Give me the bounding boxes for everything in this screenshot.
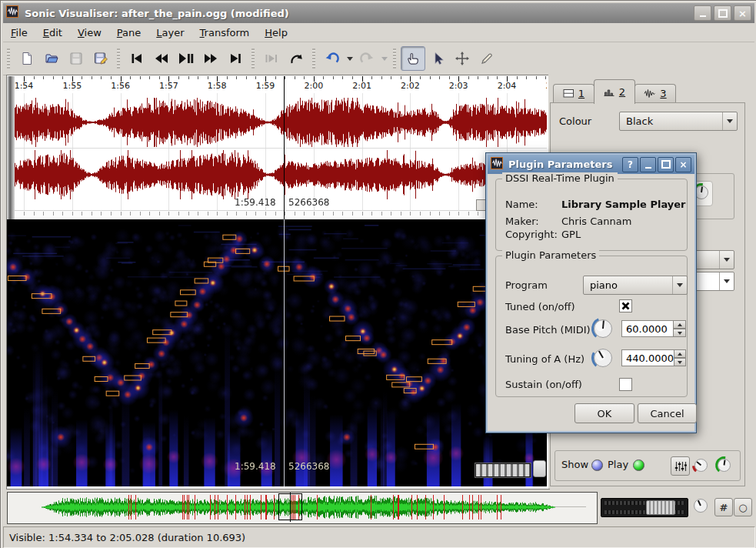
toolbar-grip[interactable] xyxy=(251,48,255,68)
save-button[interactable] xyxy=(64,46,88,71)
bottom-tick xyxy=(34,212,35,216)
tab-pane-2[interactable]: 2 xyxy=(594,79,635,104)
bottom-tick xyxy=(53,212,54,216)
menu-file[interactable]: File xyxy=(3,25,35,41)
mixer-button[interactable] xyxy=(671,456,690,476)
dialog-minimize-button[interactable] xyxy=(640,157,656,172)
playback-pan-knob[interactable] xyxy=(691,456,711,477)
ruler-label: 2:02 xyxy=(401,81,420,91)
titlebar[interactable]: Sonic Visualiser: after_the_pain.ogg (mo… xyxy=(3,3,754,23)
spin-down-button[interactable] xyxy=(674,358,686,366)
play-led-button[interactable] xyxy=(633,459,644,471)
pane-scroll-strip[interactable] xyxy=(7,76,15,219)
circle-toggle-button[interactable]: ○ xyxy=(734,498,752,516)
redo-button[interactable] xyxy=(355,46,379,71)
show-label: Show xyxy=(561,459,588,470)
maker-value: Chris Cannam xyxy=(561,216,631,227)
ruler-tick xyxy=(517,76,518,79)
toolbar-grip[interactable] xyxy=(7,48,10,68)
redo-history-dropdown[interactable] xyxy=(379,48,389,69)
bottom-tick xyxy=(208,212,208,216)
menu-edit[interactable]: Edit xyxy=(35,25,70,41)
toolbar-grip[interactable] xyxy=(312,48,315,68)
rewind-button[interactable] xyxy=(149,46,174,71)
bottom-tick xyxy=(458,212,459,216)
ruler-tick xyxy=(381,76,382,79)
ruler-tick xyxy=(140,76,141,79)
dialog-help-button[interactable]: ? xyxy=(622,157,638,172)
time-ruler[interactable]: 1:541:551:561:571:581:592:002:012:022:03… xyxy=(15,76,547,93)
tuned-checkbox[interactable] xyxy=(619,299,632,312)
colour-select[interactable]: Black xyxy=(619,112,738,131)
speed-knob[interactable] xyxy=(691,496,711,519)
loop-playback-button[interactable] xyxy=(284,46,308,71)
play-selection-button[interactable] xyxy=(259,46,284,71)
menu-pane[interactable]: Pane xyxy=(109,25,148,41)
playback-gain-knob[interactable] xyxy=(714,456,734,477)
menu-layer[interactable]: Layer xyxy=(148,25,191,41)
spin-down-button[interactable] xyxy=(674,329,686,337)
hash-toggle-button[interactable]: # xyxy=(714,498,733,516)
navigate-tool-button[interactable] xyxy=(401,46,425,71)
spectrogram-widget-button[interactable] xyxy=(533,460,546,477)
minimize-icon xyxy=(645,167,651,169)
save-as-button[interactable] xyxy=(88,46,113,71)
draw-tool-button[interactable] xyxy=(475,46,499,71)
base-pitch-label: Base Pitch (MIDI) xyxy=(505,324,591,336)
program-select[interactable]: piano xyxy=(583,276,688,295)
dialog-maximize-button[interactable] xyxy=(658,157,674,172)
overview-widget[interactable] xyxy=(7,492,598,524)
cursor-time-label: 1:59.418 xyxy=(235,197,276,208)
show-led-button[interactable] xyxy=(591,459,603,471)
fast-forward-to-end-button[interactable] xyxy=(223,46,248,71)
play-selection-icon xyxy=(264,51,279,66)
tab-pane-3[interactable]: 3 xyxy=(634,84,676,102)
base-pitch-spinbox[interactable]: 60.0000 xyxy=(621,320,686,337)
waveform-canvas[interactable] xyxy=(15,93,547,210)
menu-help[interactable]: Help xyxy=(257,25,295,41)
fast-forward-button[interactable] xyxy=(198,46,223,71)
fader-handle[interactable] xyxy=(646,500,675,515)
toolbar-grip[interactable] xyxy=(117,48,120,68)
spin-up-button[interactable] xyxy=(674,349,686,358)
base-pitch-knob[interactable] xyxy=(591,316,615,344)
tab-pane-1[interactable]: 1 xyxy=(553,84,594,102)
tuning-knob[interactable] xyxy=(591,346,615,373)
menu-transform[interactable]: Transform xyxy=(192,25,258,41)
tuning-spinbox[interactable]: 440.0000 xyxy=(621,349,686,366)
tuned-label: Tuned (on/off) xyxy=(505,301,574,312)
close-button[interactable]: × xyxy=(734,5,751,21)
spectrogram-pane[interactable]: 1:59.418 5266368 xyxy=(7,219,547,486)
maximize-button[interactable] xyxy=(714,5,731,21)
edit-tool-button[interactable] xyxy=(450,46,475,71)
new-session-button[interactable] xyxy=(15,46,39,71)
spectrogram-canvas[interactable] xyxy=(7,219,547,486)
dialog-titlebar[interactable]: Plugin Parameters ? × xyxy=(488,155,694,174)
sustain-checkbox[interactable] xyxy=(619,378,632,391)
spin-up-button[interactable] xyxy=(674,320,686,329)
menu-view[interactable]: View xyxy=(70,25,109,41)
ruler-tick xyxy=(101,76,102,79)
cancel-button[interactable]: Cancel xyxy=(638,403,697,423)
ruler-label: 2:00 xyxy=(304,81,323,91)
bottom-tick xyxy=(255,212,256,216)
tuning-value[interactable]: 440.0000 xyxy=(621,349,674,366)
ok-button[interactable]: OK xyxy=(574,403,634,423)
playback-speed-fader[interactable] xyxy=(601,498,688,517)
ruler-label: 1:58 xyxy=(208,81,227,91)
undo-history-dropdown[interactable] xyxy=(345,48,355,69)
minimize-button[interactable] xyxy=(694,5,711,21)
select-tool-button[interactable] xyxy=(425,46,450,71)
toolbar-grip[interactable] xyxy=(393,48,396,68)
overview-canvas[interactable] xyxy=(8,493,595,522)
base-pitch-value[interactable]: 60.0000 xyxy=(621,320,674,337)
ruler-tick xyxy=(198,76,198,79)
ruler-label: 1:56 xyxy=(111,81,130,91)
spectrogram-range-widget[interactable] xyxy=(475,463,531,478)
waveform-pane[interactable]: 1:541:551:561:571:581:592:002:012:022:03… xyxy=(7,76,547,219)
open-button[interactable] xyxy=(39,46,64,71)
rewind-to-start-button[interactable] xyxy=(125,46,149,71)
dialog-close-button[interactable]: × xyxy=(675,157,691,172)
play-pause-button[interactable] xyxy=(174,46,198,71)
undo-button[interactable] xyxy=(320,46,345,71)
